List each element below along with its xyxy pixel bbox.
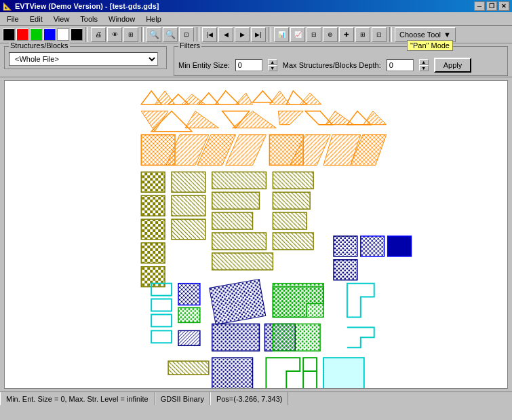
menu-edit[interactable]: Edit	[24, 14, 48, 24]
max-structures-spinner[interactable]: ▲ ▼	[419, 59, 429, 71]
toolbar-separator-4	[269, 27, 271, 42]
min-entity-spin-down[interactable]: ▼	[268, 65, 277, 71]
svg-rect-49	[172, 172, 205, 192]
svg-rect-66	[151, 299, 172, 311]
toolbar-separator-1	[85, 27, 88, 42]
view-button[interactable]: 👁	[107, 27, 122, 42]
svg-rect-60	[273, 233, 313, 250]
structures-group: Structures/Blocks <Whole File>	[4, 46, 167, 69]
svg-marker-33	[326, 111, 354, 125]
window-title: EVTView (Demo Version) - [test-gds.gds]	[15, 2, 474, 10]
zoom-area-button[interactable]: ⊞	[123, 27, 138, 42]
svg-rect-51	[172, 219, 205, 240]
svg-rect-50	[172, 195, 205, 216]
svg-marker-16	[155, 91, 175, 104]
toolbar-color-white[interactable]	[57, 28, 69, 41]
zoom-out-button[interactable]: 🔍	[146, 27, 161, 42]
window-controls[interactable]: ─ ❐ ✕	[474, 1, 509, 11]
min-entity-input[interactable]	[235, 59, 262, 71]
svg-rect-58	[273, 192, 310, 209]
svg-rect-54	[212, 212, 253, 229]
menu-help[interactable]: Help	[140, 14, 167, 24]
svg-rect-64	[334, 260, 357, 280]
toolbar-separator-3	[197, 27, 199, 42]
nav-prev-button[interactable]: ◀	[218, 27, 233, 42]
nav-last-button[interactable]: ▶|	[251, 27, 266, 42]
mode-btn6[interactable]: ⊞	[355, 27, 370, 42]
svg-rect-45	[141, 195, 165, 216]
menu-view[interactable]: View	[48, 14, 75, 24]
svg-rect-55	[212, 233, 267, 250]
zoom-fit-button[interactable]: ⊡	[179, 27, 194, 42]
restore-button[interactable]: ❐	[486, 1, 497, 11]
svg-marker-28	[185, 111, 219, 128]
svg-rect-68	[178, 284, 200, 305]
svg-marker-22	[253, 91, 273, 102]
menu-tools[interactable]: Tools	[75, 14, 103, 24]
toolbar-color-blue[interactable]	[43, 28, 56, 41]
svg-rect-63	[388, 236, 412, 256]
statusbar: Min. Ent. Size = 0, Max. Str. Level = in…	[0, 392, 512, 405]
max-structures-spin-down[interactable]: ▼	[419, 65, 429, 71]
menu-file[interactable]: File	[1, 14, 24, 24]
toolbar-color-green[interactable]	[30, 28, 42, 41]
min-entity-spinner[interactable]: ▲ ▼	[268, 59, 277, 71]
status-middle: GDSII Binary	[155, 392, 210, 405]
svg-marker-35	[363, 111, 387, 125]
svg-marker-31	[278, 111, 303, 125]
mode-btn5[interactable]: ✚	[339, 27, 354, 42]
mode-btn3[interactable]: ⊟	[307, 27, 321, 42]
svg-rect-76	[178, 330, 200, 345]
svg-rect-47	[141, 243, 165, 263]
filters-row: Min Entity Size: ▲ ▼ Max Structures/Bloc…	[178, 58, 503, 73]
zoom-in-button[interactable]: 🔍	[163, 27, 178, 42]
toolbar-color-black[interactable]	[3, 28, 15, 41]
svg-rect-67	[151, 314, 172, 326]
svg-rect-79	[323, 358, 364, 388]
toolbar-separator-5	[389, 27, 392, 42]
apply-button[interactable]: Apply	[434, 58, 472, 73]
canvas-area[interactable]	[4, 80, 508, 389]
filters-group: Filters "Pan" Mode Min Entity Size: ▲ ▼ …	[174, 46, 508, 76]
svg-rect-46	[141, 219, 165, 240]
menubar: File Edit View Tools Window Help	[0, 12, 512, 26]
mode-btn7[interactable]: ⊡	[372, 27, 387, 42]
status-right: Pos=(-3.266, 7.343)	[210, 392, 289, 405]
svg-rect-77	[168, 361, 209, 375]
status-right-text: Pos=(-3.266, 7.343)	[216, 395, 283, 403]
print-button[interactable]: 🖨	[91, 27, 106, 42]
gds-display	[5, 81, 507, 388]
mode-btn2[interactable]: 📈	[290, 27, 305, 42]
nav-next-button[interactable]: ▶	[235, 27, 250, 42]
svg-rect-74	[273, 324, 320, 351]
svg-marker-20	[216, 91, 239, 104]
svg-marker-21	[236, 93, 253, 104]
status-left-text: Min. Ent. Size = 0, Max. Str. Level = in…	[6, 395, 149, 403]
pan-mode-badge: "Pan" Mode	[407, 40, 453, 51]
svg-marker-25	[300, 93, 321, 104]
close-button[interactable]: ✕	[498, 1, 509, 11]
menu-window[interactable]: Window	[103, 14, 140, 24]
toolbar-black-btn[interactable]	[71, 28, 83, 41]
min-entity-spin-up[interactable]: ▲	[268, 59, 277, 65]
svg-marker-18	[182, 94, 205, 104]
svg-rect-62	[361, 236, 385, 256]
mode-btn1[interactable]: 📊	[274, 27, 289, 42]
filters-group-label: Filters	[178, 41, 201, 50]
nav-first-button[interactable]: |◀	[202, 27, 217, 42]
max-structures-label: Max Structures/Blocks Depth:	[283, 61, 381, 69]
minimize-button[interactable]: ─	[474, 1, 485, 11]
max-structures-spin-up[interactable]: ▲	[419, 59, 429, 65]
structures-group-label: Structures/Blocks	[9, 41, 70, 50]
svg-marker-30	[233, 111, 277, 128]
svg-rect-61	[334, 236, 357, 256]
structures-select[interactable]: <Whole File>	[9, 52, 158, 66]
svg-rect-53	[212, 192, 260, 209]
toolbar-color-red[interactable]	[16, 28, 28, 41]
svg-rect-44	[141, 172, 165, 192]
svg-rect-52	[212, 172, 267, 189]
max-structures-input[interactable]	[387, 59, 414, 71]
status-left: Min. Ent. Size = 0, Max. Str. Level = in…	[0, 392, 155, 405]
controls-area: Structures/Blocks <Whole File> Filters "…	[0, 43, 512, 77]
mode-btn4[interactable]: ⊕	[323, 27, 338, 42]
